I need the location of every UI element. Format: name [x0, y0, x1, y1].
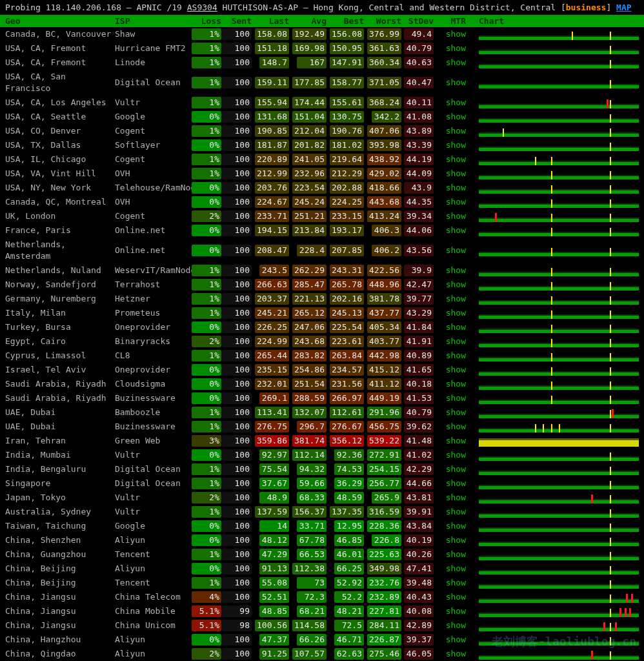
sparkline[interactable] — [479, 350, 639, 361]
sparkline[interactable] — [479, 154, 639, 165]
mtr-show-link[interactable]: show — [446, 393, 466, 403]
sparkline[interactable] — [479, 591, 639, 603]
mtr-show-link[interactable]: show — [446, 140, 466, 150]
mtr-show-link[interactable]: show — [446, 351, 466, 360]
mtr-show-link[interactable]: show — [446, 112, 466, 121]
mtr-show-link[interactable]: show — [446, 77, 466, 87]
sparkline[interactable] — [479, 196, 639, 208]
mtr-show-link[interactable]: show — [446, 635, 466, 644]
sparkline[interactable] — [479, 520, 639, 532]
mtr-show-link[interactable]: show — [446, 592, 466, 602]
mtr-show-link[interactable]: show — [446, 564, 466, 573]
sparkline[interactable] — [479, 111, 639, 123]
mtr-show-link[interactable]: show — [446, 43, 466, 53]
mtr-show-link[interactable]: show — [446, 211, 466, 221]
col-sent[interactable]: Sent — [221, 16, 252, 26]
mtr-show-link[interactable]: show — [446, 521, 466, 531]
mtr-show-link[interactable]: show — [446, 29, 466, 39]
sparkline[interactable] — [479, 210, 639, 222]
sparkline[interactable] — [479, 563, 639, 575]
sparkline[interactable] — [479, 43, 639, 54]
sparkline[interactable] — [479, 57, 639, 68]
col-chart[interactable]: Chart — [466, 16, 639, 26]
sparkline[interactable] — [479, 463, 639, 475]
mtr-show-link[interactable]: show — [446, 197, 466, 207]
sparkline[interactable] — [479, 605, 639, 617]
mtr-show-link[interactable]: show — [446, 245, 466, 255]
mtr-show-link[interactable]: show — [446, 507, 466, 516]
sparkline[interactable] — [479, 407, 639, 418]
sparkline[interactable] — [479, 421, 639, 432]
sparkline[interactable] — [479, 435, 639, 447]
sparkline[interactable] — [479, 97, 639, 108]
mtr-show-link[interactable]: show — [446, 549, 466, 559]
sparkline[interactable] — [479, 225, 639, 236]
sparkline[interactable] — [479, 245, 639, 256]
sparkline[interactable] — [479, 577, 639, 589]
mtr-show-link[interactable]: show — [446, 168, 466, 178]
sparkline[interactable] — [479, 549, 639, 560]
mtr-show-link[interactable]: show — [446, 578, 466, 587]
col-best[interactable]: Best — [327, 16, 364, 26]
mtr-show-link[interactable]: show — [446, 280, 466, 289]
mtr-show-link[interactable]: show — [446, 493, 466, 502]
col-stdev[interactable]: StDev — [401, 16, 434, 26]
sparkline[interactable] — [479, 478, 639, 489]
mtr-show-link[interactable]: show — [446, 265, 466, 275]
mtr-show-link[interactable]: show — [446, 126, 466, 136]
sparkline[interactable] — [479, 534, 639, 546]
mtr-show-link[interactable]: show — [446, 478, 466, 488]
sparkline[interactable] — [479, 182, 639, 194]
col-loss[interactable]: Loss — [191, 16, 221, 26]
mtr-show-link[interactable]: show — [446, 154, 466, 164]
col-mtr[interactable]: MTR — [434, 16, 466, 26]
col-isp[interactable]: ISP — [115, 16, 191, 26]
sparkline[interactable] — [479, 648, 639, 660]
mtr-show-link[interactable]: show — [446, 322, 466, 332]
mtr-show-link[interactable]: show — [446, 294, 466, 303]
mtr-show-link[interactable]: show — [446, 336, 466, 346]
mtr-show-link[interactable]: show — [446, 407, 466, 417]
sparkline[interactable] — [479, 449, 639, 461]
sparkline[interactable] — [479, 77, 639, 88]
mtr-show-link[interactable]: show — [446, 57, 466, 67]
mtr-show-link[interactable]: show — [446, 365, 466, 374]
sparkline[interactable] — [479, 336, 639, 347]
col-worst[interactable]: Worst — [364, 16, 401, 26]
asn-link[interactable]: AS9304 — [187, 3, 217, 12]
mtr-show-link[interactable]: show — [446, 422, 466, 431]
mtr-show-link[interactable]: show — [446, 535, 466, 545]
col-geo[interactable]: Geo — [5, 16, 115, 26]
mtr-show-link[interactable]: show — [446, 464, 466, 474]
sparkline[interactable] — [479, 506, 639, 518]
sparkline[interactable] — [479, 307, 639, 319]
mtr-show-link[interactable]: show — [446, 379, 466, 389]
sparkline[interactable] — [479, 492, 639, 503]
mtr-show-link[interactable]: show — [446, 620, 466, 630]
sparkline[interactable] — [479, 279, 639, 290]
sparkline[interactable] — [479, 125, 639, 137]
mtr-show-link[interactable]: show — [446, 308, 466, 318]
sparkline[interactable] — [479, 378, 639, 390]
col-last[interactable]: Last — [252, 16, 289, 26]
sparkline[interactable] — [479, 265, 639, 276]
sparkline[interactable] — [479, 364, 639, 376]
cell-isp: Terrahost — [115, 279, 191, 290]
sparkline[interactable] — [479, 293, 639, 305]
sparkline[interactable] — [479, 634, 639, 646]
mtr-show-link[interactable]: show — [446, 450, 466, 460]
sparkline[interactable] — [479, 28, 639, 40]
mtr-show-link[interactable]: show — [446, 649, 466, 658]
mtr-show-link[interactable]: show — [446, 436, 466, 445]
mtr-show-link[interactable]: show — [446, 225, 466, 235]
sparkline[interactable] — [479, 168, 639, 179]
sparkline[interactable] — [479, 139, 639, 151]
map-link[interactable]: MAP — [616, 3, 631, 12]
sparkline[interactable] — [479, 620, 639, 631]
mtr-show-link[interactable]: show — [446, 183, 466, 192]
sparkline[interactable] — [479, 392, 639, 404]
col-avg[interactable]: Avg — [289, 16, 327, 26]
sparkline[interactable] — [479, 321, 639, 333]
mtr-show-link[interactable]: show — [446, 606, 466, 616]
mtr-show-link[interactable]: show — [446, 97, 466, 107]
